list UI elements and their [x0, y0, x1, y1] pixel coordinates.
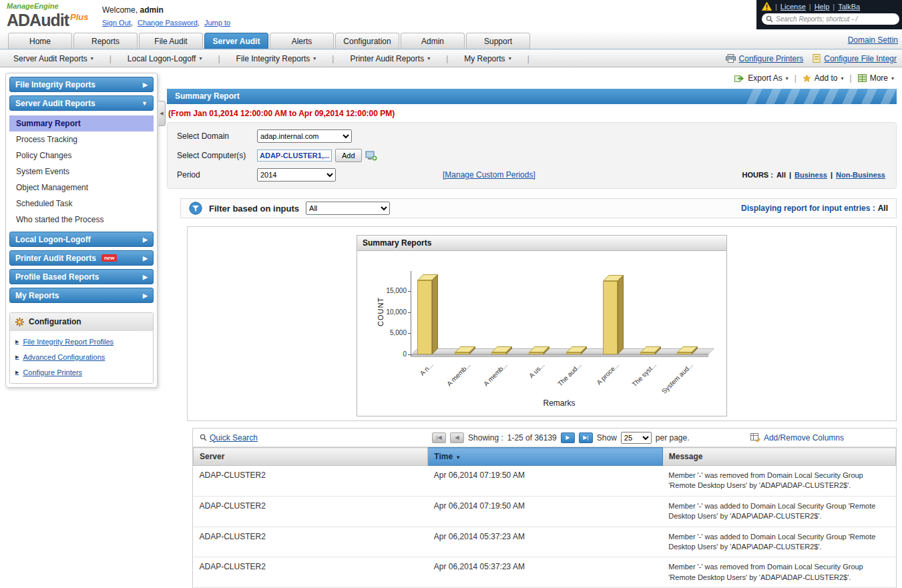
- hours-all-value: All: [776, 171, 786, 179]
- menu-label: Printer Audit Reports: [350, 54, 424, 63]
- session-links: Sign Out, Change Password, Jump to: [102, 19, 230, 27]
- menu-server-audit-reports[interactable]: Server Audit Reports▾: [13, 54, 93, 63]
- separator: |: [809, 3, 811, 11]
- separator: |: [109, 54, 111, 63]
- tab-reports[interactable]: Reports: [73, 33, 138, 49]
- next-page-button[interactable]: ▶: [561, 432, 575, 443]
- hours-business-link[interactable]: Business: [795, 171, 827, 179]
- tab-configuration[interactable]: Configuration: [335, 33, 399, 49]
- bullet-arrow-icon: ▶: [15, 370, 19, 375]
- section-label: Server Audit Reports: [15, 99, 95, 108]
- column-header-time[interactable]: Time▼: [428, 448, 662, 466]
- link-label: File Integrity Report Profiles: [23, 338, 114, 346]
- tab-alerts[interactable]: Alerts: [270, 33, 334, 49]
- report-table: Server Time▼ Message ADAP-CLUSTER2 Apr 0…: [193, 447, 896, 588]
- cell-message: Member '-' was added to Domain Local Sec…: [662, 496, 895, 527]
- add-button[interactable]: Add: [335, 149, 362, 162]
- configure-file-integrity-link[interactable]: Configure File Integr: [813, 54, 897, 63]
- per-page-label: per page.: [656, 433, 690, 443]
- help-link[interactable]: Help: [815, 3, 830, 11]
- previous-page-button[interactable]: ◀: [450, 432, 464, 443]
- main-content: Export As▾ | Add to▾ | More▾ Summary Rep…: [158, 67, 902, 588]
- add-remove-columns-link[interactable]: Add/Remove Columns: [750, 433, 844, 443]
- menu-file-integrity-reports[interactable]: File Integrity Reports▾: [236, 54, 316, 63]
- menu-local-logon-logoff[interactable]: Local Logon-Logoff▾: [128, 54, 202, 63]
- cell-time: Apr 06,2014 05:37:23 AM: [428, 557, 662, 588]
- column-label: Time: [434, 452, 453, 461]
- page-size-select[interactable]: 25: [621, 432, 652, 444]
- table-row[interactable]: ADAP-CLUSTER2 Apr 06,2014 07:19:50 AM Me…: [194, 496, 896, 527]
- sidebar-section-printer-audit[interactable]: Printer Audit Reportsnew▶: [9, 250, 154, 266]
- cell-server: ADAP-CLUSTER2: [194, 466, 428, 497]
- sidebar-section-local-logon-logoff[interactable]: Local Logon-Logoff▶: [9, 232, 154, 247]
- license-link[interactable]: License: [780, 3, 806, 11]
- displaying-label: Displaying report for input entries :: [741, 204, 875, 213]
- tab-server-audit[interactable]: Server Audit: [204, 33, 268, 49]
- configure-printers-link[interactable]: Configure Printers: [726, 54, 804, 63]
- sidebar-item-policy-changes[interactable]: Policy Changes: [9, 148, 154, 164]
- sidebar-item-process-tracking[interactable]: Process Tracking: [9, 131, 154, 148]
- sidebar-item-scheduled-task[interactable]: Scheduled Task: [9, 196, 154, 212]
- menu-printer-audit-reports[interactable]: Printer Audit Reports▾: [350, 54, 430, 63]
- tab-home[interactable]: Home: [8, 33, 72, 49]
- export-as-button[interactable]: Export As▾: [734, 73, 788, 83]
- sidebar-section-file-integrity[interactable]: File Integrity Reports▶: [9, 77, 154, 92]
- ytick: 0: [373, 350, 407, 358]
- chevron-right-icon: ▶: [143, 255, 148, 262]
- section-label: Local Logon-Logoff: [15, 235, 91, 244]
- search-input[interactable]: [776, 15, 895, 23]
- computers-input[interactable]: [257, 150, 332, 162]
- show-label: Show: [597, 433, 617, 443]
- last-page-button[interactable]: ▶|: [579, 432, 593, 443]
- warning-icon[interactable]: [762, 2, 772, 11]
- menu-my-reports[interactable]: My Reports▾: [464, 54, 511, 63]
- link-label: Configure Printers: [739, 54, 804, 63]
- change-password-link[interactable]: Change Password: [138, 19, 198, 27]
- sidebar-section-server-audit[interactable]: Server Audit Reports▼: [9, 95, 154, 111]
- gear-icon: [15, 318, 24, 326]
- table-row[interactable]: ADAP-CLUSTER2 Apr 06,2014 05:37:23 AM Me…: [194, 527, 896, 557]
- table-head: Server Time▼ Message: [194, 448, 896, 466]
- bar-front: [566, 352, 581, 354]
- column-header-server[interactable]: Server: [194, 448, 428, 466]
- domain-select[interactable]: adap.internal.com: [257, 129, 352, 143]
- more-button[interactable]: More▾: [858, 73, 894, 83]
- chart-plot[interactable]: 05,00010,00015,000A n...A memb...A memb.…: [357, 251, 726, 415]
- tab-support[interactable]: Support: [466, 33, 530, 49]
- sidebar-item-who-started-the-process[interactable]: Who started the Process: [9, 212, 154, 228]
- quick-search-link[interactable]: Quick Search: [200, 433, 258, 443]
- manage-custom-periods-link[interactable]: [Manage Custom Periods]: [443, 170, 535, 180]
- report-menubar: Server Audit Reports▾ | Local Logon-Logo…: [0, 49, 902, 67]
- tab-file-audit[interactable]: File Audit: [139, 33, 203, 49]
- xcat: The syst...: [630, 361, 657, 388]
- report-criteria-panel: Select Domain adap.internal.com Select C…: [167, 122, 897, 189]
- sidebar-item-object-management[interactable]: Object Management: [9, 180, 154, 196]
- domain-settings-link[interactable]: Domain Settin: [848, 35, 898, 45]
- hours-non-business-link[interactable]: Non-Business: [836, 171, 885, 179]
- global-search-box[interactable]: [762, 13, 899, 25]
- sidebar-section-profile-based[interactable]: Profile Based Reports▶: [9, 269, 154, 284]
- table-row[interactable]: ADAP-CLUSTER2 Apr 06,2014 05:37:23 AM Me…: [194, 557, 896, 588]
- add-computer-icon[interactable]: [365, 151, 377, 161]
- advanced-configurations-link[interactable]: ▶Advanced Configurations: [15, 353, 148, 361]
- sidebar-item-summary-report[interactable]: Summary Report: [9, 115, 154, 131]
- sidebar-section-my-reports[interactable]: My Reports▶: [9, 288, 154, 303]
- sidebar-item-system-events[interactable]: System Events: [9, 164, 154, 180]
- configure-printers-side-link[interactable]: ▶Configure Printers: [15, 368, 148, 376]
- xcat: A memb...: [445, 361, 472, 388]
- cell-time: Apr 06,2014 07:19:50 AM: [428, 496, 662, 527]
- jump-to-link[interactable]: Jump to: [204, 19, 230, 27]
- page-title: Summary Report: [167, 89, 897, 104]
- report-listing: Quick Search |◀ ◀ Showing : 1-25 of 3613…: [192, 428, 897, 588]
- tab-admin[interactable]: Admin: [401, 33, 465, 49]
- sign-out-link[interactable]: Sign Out: [102, 19, 131, 27]
- first-page-button[interactable]: |◀: [432, 432, 446, 443]
- column-header-message[interactable]: Message: [662, 448, 895, 466]
- table-row[interactable]: ADAP-CLUSTER2 Apr 06,2014 07:19:50 AM Me…: [194, 466, 896, 497]
- file-integrity-report-profiles-link[interactable]: ▶File Integrity Report Profiles: [15, 338, 148, 346]
- period-select[interactable]: 2014: [257, 168, 336, 182]
- filter-select[interactable]: All: [306, 202, 390, 215]
- add-to-button[interactable]: Add to▾: [803, 73, 844, 83]
- sidebar-collapse-handle[interactable]: ◀: [158, 101, 166, 126]
- talkback-link[interactable]: TalkBa: [838, 3, 860, 11]
